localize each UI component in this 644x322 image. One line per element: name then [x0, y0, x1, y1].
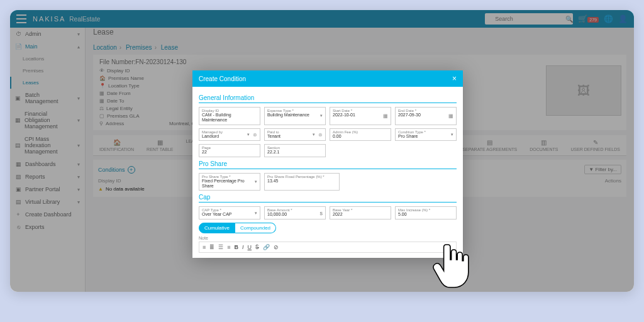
close-icon[interactable]: ×	[452, 74, 457, 83]
align-center-icon[interactable]: ≣	[209, 244, 214, 250]
chevron-down-icon: ▾	[451, 132, 453, 137]
base-year-field[interactable]: Base Year *2022	[330, 206, 391, 219]
page-field[interactable]: Page22	[199, 144, 260, 157]
modal-title: Create Condition	[199, 75, 246, 82]
dollar-icon: $	[320, 210, 323, 216]
paid-to-field[interactable]: Paid toTenant⊗▾	[264, 128, 326, 141]
editor-toolbar: ≡ ≣ ☰ ≡ B I U S̶ 🔗 ⊘	[199, 242, 457, 253]
toggle-compounded[interactable]: Compounded	[235, 223, 276, 233]
section-general: General Information	[199, 94, 457, 103]
max-increase-field[interactable]: Max Increase (%) *5.00	[395, 206, 457, 219]
italic-icon[interactable]: I	[242, 244, 244, 250]
chevron-down-icon: ▾	[247, 132, 250, 137]
end-date-field[interactable]: End Date *2027-09-30▦	[395, 107, 457, 125]
chevron-down-icon: ▾	[320, 113, 323, 118]
chevron-down-icon: ▾	[313, 132, 315, 137]
create-condition-modal: Create Condition × General Information D…	[192, 70, 463, 258]
link-icon[interactable]: 🔗	[263, 244, 270, 250]
note-label: Note	[199, 236, 457, 240]
chevron-down-icon: ▾	[255, 211, 257, 216]
proshare-pct-field[interactable]: Pro Share Fixed Percentage (%) *13.45	[264, 173, 340, 191]
toggle-cumulative[interactable]: Cumulative	[199, 223, 235, 233]
section-field[interactable]: Section22.2.1	[264, 144, 326, 157]
cap-mode-toggle[interactable]: Cumulative Compounded	[199, 223, 457, 233]
chevron-down-icon: ▾	[255, 179, 257, 184]
proshare-type-field[interactable]: Pro Share Type *Fixed Percentage Pro Sha…	[199, 173, 260, 191]
cap-type-field[interactable]: CAP Type *Over Year CAP▾	[199, 206, 260, 219]
calendar-icon[interactable]: ▦	[383, 113, 388, 119]
underline-icon[interactable]: U	[248, 244, 252, 250]
display-id-field[interactable]: Display IDCAM - Building Maintenance	[199, 107, 260, 125]
align-right-icon[interactable]: ☰	[218, 244, 223, 250]
align-justify-icon[interactable]: ≡	[227, 244, 230, 250]
condition-type-field[interactable]: Condition Type *Pro Share▾	[395, 128, 457, 141]
admin-fee-field[interactable]: Admin Fee (%)0.00	[330, 128, 391, 141]
align-left-icon[interactable]: ≡	[203, 244, 206, 250]
section-proshare: Pro Share	[199, 160, 457, 169]
strike-icon[interactable]: S̶	[255, 244, 259, 250]
unlink-icon[interactable]: ⊘	[274, 244, 279, 250]
base-amount-field[interactable]: Base Amount *10,000.00$	[264, 206, 326, 219]
expense-type-field[interactable]: Expense Type *Building Maintenance▾	[264, 107, 326, 125]
calendar-icon[interactable]: ▦	[448, 113, 453, 119]
clear-icon[interactable]: ⊗	[318, 131, 323, 137]
managed-by-field[interactable]: Managed byLandlord⊗▾	[199, 128, 260, 141]
section-cap: Cap	[199, 194, 457, 203]
clear-icon[interactable]: ⊗	[253, 131, 257, 137]
start-date-field[interactable]: Start Date *2022-10-01▦	[330, 107, 391, 125]
bold-icon[interactable]: B	[235, 244, 239, 250]
